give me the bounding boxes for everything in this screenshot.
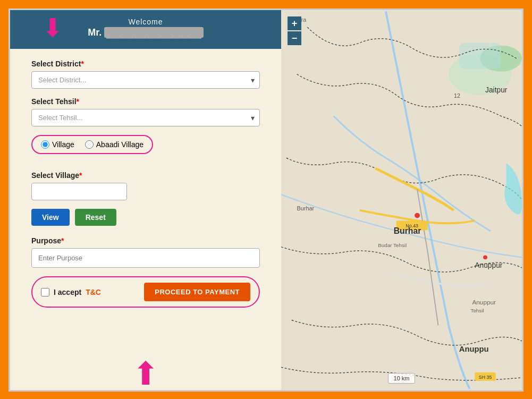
svg-text:SH 35: SH 35 [479,375,492,380]
abaadi-radio-option[interactable]: Abaadi Village [85,140,143,149]
svg-point-19 [483,255,487,259]
map-zoom-controls: + − [288,16,301,45]
accept-checkbox-label[interactable]: I accept T&C [41,288,101,296]
district-label: Select District* [31,60,260,68]
svg-text:Budar Tehsil: Budar Tehsil [378,242,407,248]
svg-text:Anuppur: Anuppur [472,299,496,306]
zoom-in-button[interactable]: + [288,16,301,30]
zoom-out-button[interactable]: − [288,31,301,45]
tandc-link[interactable]: T&C [86,288,101,296]
proceed-button[interactable]: PROCEED TO PAYMENT [144,283,250,301]
accept-checkbox[interactable] [41,288,49,296]
tehsil-select[interactable]: Select Tehsil... [31,109,260,126]
map-svg: No.43 SH 35 Jaitpur Burhar Budar Tehsil … [281,10,522,390]
name-value: ██████████████ [104,27,204,38]
bottom-row: I accept T&C PROCEED TO PAYMENT [31,276,260,308]
svg-rect-3 [459,43,501,69]
village-type-group: Village Abaadi Village [31,135,260,163]
form-area: Select District* Select District... Sele… [10,49,281,353]
down-arrow-icon: ⬇ [42,15,63,41]
village-group: Select Village* None Selected [31,171,260,200]
village-type-radio-group: Village Abaadi Village [31,135,153,154]
map-scale: 10 km [388,373,416,384]
left-panel: ⬇ Welcome Mr. ██████████████ Select Dist… [10,10,281,390]
svg-text:12: 12 [454,92,460,99]
village-radio-option[interactable]: Village [41,140,74,149]
abaadi-radio-label: Abaadi Village [96,140,143,149]
header-section: ⬇ Welcome Mr. ██████████████ [10,10,281,49]
purpose-label: Purpose* [31,236,260,245]
purpose-input[interactable] [31,248,260,268]
svg-text:Burhar: Burhar [394,226,421,235]
tehsil-select-wrapper: Select Tehsil... [31,109,260,126]
district-group: Select District* Select District... [31,60,260,89]
purpose-group: Purpose* [31,236,260,268]
abaadi-radio[interactable] [85,140,94,149]
svg-point-18 [415,213,420,218]
village-label: Select Village* [31,171,260,180]
map-container: No.43 SH 35 Jaitpur Burhar Budar Tehsil … [281,10,522,390]
village-radio-label: Village [52,140,74,149]
svg-text:Anuppur: Anuppur [475,261,502,269]
tehsil-group: Select Tehsil* Select Tehsil... [31,97,260,126]
map-panel: No.43 SH 35 Jaitpur Burhar Budar Tehsil … [281,10,522,390]
accept-text: I accept [54,288,81,296]
name-prefix: Mr. [88,27,102,38]
action-buttons: View Reset [31,209,260,226]
main-container: ⬇ Welcome Mr. ██████████████ Select Dist… [9,9,523,392]
svg-text:Jaitpur: Jaitpur [485,86,508,94]
village-radio[interactable] [41,140,49,149]
district-select-wrapper: Select District... [31,71,260,89]
view-button[interactable]: View [31,209,70,226]
up-arrow-icon: ⬆ [10,358,281,390]
tehsil-label: Select Tehsil* [31,97,260,106]
svg-text:Anuppu: Anuppu [459,345,489,353]
village-input[interactable]: None Selected [31,183,127,200]
reset-button[interactable]: Reset [75,209,116,226]
svg-text:Burhar: Burhar [297,205,315,211]
svg-text:Tehsil: Tehsil [470,308,484,313]
district-select[interactable]: Select District... [31,71,260,89]
